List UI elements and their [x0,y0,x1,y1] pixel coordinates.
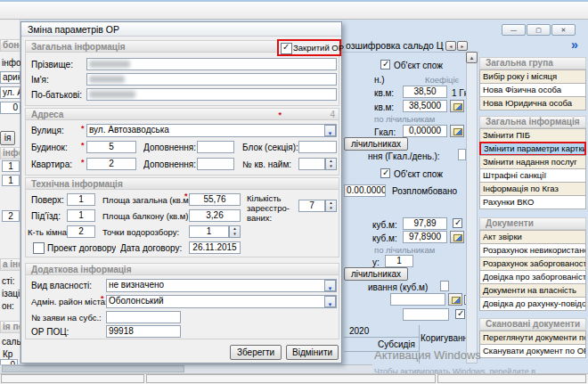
save-button[interactable]: Зберегти [230,345,282,360]
sum-field[interactable] [403,308,449,321]
registered-spinner[interactable]: ▲▼ [325,200,337,212]
left-fragment: сті: [2,276,20,286]
left-field[interactable]: 2 [2,210,20,222]
maximize-button[interactable]: ▢ [527,24,551,36]
norm-field[interactable] [390,293,445,306]
addition-field[interactable] [197,141,234,153]
menu-item-change-name[interactable]: Змінити ПІБ [479,128,586,143]
rooms-field[interactable]: 2 [67,225,95,238]
subsidy-field[interactable] [106,311,181,323]
surname-field[interactable] [86,58,337,70]
h-scrollbar-thumb[interactable] [2,365,184,372]
entrance-field[interactable]: 1 [67,209,95,222]
tenant-num-field[interactable] [298,158,325,170]
gkal-field[interactable]: 0,00000 [403,125,447,137]
document-icon[interactable] [440,281,449,291]
volume-field[interactable]: 97,89 [403,217,447,230]
menu-item-invoice-cert[interactable]: Довідка до рахунку-повідомлення [479,297,586,311]
menu-item-act[interactable]: Акт звірки [479,230,586,244]
street-dropdown-icon[interactable] [324,125,336,136]
scroll-up-icon[interactable]: ▲ [466,52,478,63]
left-field[interactable]: ул. А [0,86,20,99]
dialog-titlebar[interactable]: Зміна параметрів ОР [21,22,341,37]
volume-field[interactable]: 97,8900 [403,231,447,243]
floor-label: Поверх: [31,195,64,205]
sum-checkbox[interactable] [455,309,465,319]
contract-date-label: Дата договору: [120,243,182,253]
tab-next-icon[interactable]: ► [457,41,468,51]
total-area-field[interactable]: 55,76 [189,193,241,206]
menu-item-penalties[interactable]: Штрафні санкції [479,168,586,183]
group-additional-header: Додаткова інформація [26,264,339,275]
left-button[interactable]: ія [0,131,15,145]
volume-checkbox[interactable] [453,218,462,228]
street-combo[interactable]: вул. Автозаводська [86,124,337,137]
minimize-button[interactable]: — [502,24,526,36]
area-suffix: 1 Гк [452,88,466,98]
project-contract-checkbox[interactable] [33,242,45,254]
right-group-header: Загальна інформація [479,116,586,128]
balcony-label: Площа балкону (кв.м): [102,211,191,221]
left-field[interactable]: 1 [2,175,20,186]
menu-item-view-docs[interactable]: Переглянути документи по ОР [479,331,586,345]
balcony-field[interactable]: 3,26 [189,209,241,222]
patronymic-field[interactable] [86,88,337,101]
menu-item-vko-accounts[interactable]: Рахунки ВКО [479,195,586,209]
total-area-label: Площа загальна (кв.м): [102,195,194,205]
menu-item-ownership-docs[interactable]: Документи на власність [479,283,586,298]
close-button[interactable]: ✕ [551,24,576,36]
ownership-dropdown-icon[interactable] [324,280,336,291]
district-combo[interactable]: Оболонський [106,295,337,308]
registered-field[interactable]: 7 [298,200,325,212]
dialog-change-or-params: Зміна параметрів ОР Загальна інформація … [20,21,342,364]
status-segment [146,374,436,383]
building-field[interactable]: 5 [86,141,136,153]
apartment-field[interactable]: 2 [86,158,136,170]
menu-item-unused-subsidy[interactable]: Розрахунок невикористаної субс. [479,243,586,257]
object-checkbox[interactable] [380,60,390,69]
contract-date-field[interactable]: 26.11.2015 [189,241,241,254]
date-field[interactable]: 0.00.0000 [344,184,386,197]
menu-item-new-legal[interactable]: Нова Юридична особа [479,96,586,110]
menu-item-year-month[interactable]: Вибір року і місяця [479,69,586,84]
menu-item-change-card-params[interactable]: Змінити параметри картки [479,142,586,156]
orpoc-field[interactable]: 99918 [106,325,181,338]
addition-field[interactable] [197,158,234,170]
edit-icon[interactable] [448,293,462,306]
tab-saldo-co[interactable]: озшифровка сальдо ЦО [346,40,444,51]
water-points-spinner[interactable]: ▲▼ [229,225,241,238]
cancel-button[interactable]: Відмінити [286,345,339,360]
menu-item-new-person[interactable]: Нова Фізична особа [479,83,586,97]
closed-or-checkbox[interactable] [281,43,292,54]
tab-underline [342,52,478,53]
block-field[interactable] [298,141,337,153]
menu-item-debt-cert[interactable]: Довідка про заборгованість [479,270,586,284]
menu-item-kgaz-info[interactable]: Інформація по Кгаз [479,182,586,196]
v-scrollbar[interactable] [466,52,478,364]
count-field[interactable]: 1 [385,255,413,267]
area-field[interactable]: 38,5000 [403,100,447,112]
ownership-combo[interactable]: не визначено [106,279,337,292]
tenant-num-spinner[interactable]: ▲▼ [325,158,337,170]
menu-item-change-services[interactable]: Змінити надання послуг [479,155,586,169]
tab-prev-icon[interactable]: ◄ [445,41,456,51]
left-field[interactable]: арик [0,71,20,84]
edit-icon[interactable] [450,125,464,137]
left-group-header: бонент [0,39,20,52]
left-field[interactable]: 0 [0,102,20,114]
edit-icon[interactable] [450,231,464,243]
counters-button[interactable]: лічильниках [344,267,408,281]
chevron-more-icon[interactable]: » [571,37,578,52]
floor-field[interactable]: 1 [67,193,95,206]
counters-button[interactable]: лічильниках [344,137,408,151]
firstname-field[interactable] [86,73,337,86]
district-dropdown-icon[interactable] [324,296,336,307]
area-field[interactable]: 38,50 [403,86,447,98]
water-points-field[interactable]: 1 [189,225,229,238]
left-field[interactable]: 1 [2,160,20,172]
edit-icon[interactable] [450,100,464,112]
object-checkbox[interactable] [380,168,390,178]
consumption-gkal-field[interactable] [458,149,466,160]
registered-label: Кількість зареєстро- ваних: [247,193,298,224]
menu-item-debt-calc[interactable]: Розрахунок заборгованості [479,257,586,271]
